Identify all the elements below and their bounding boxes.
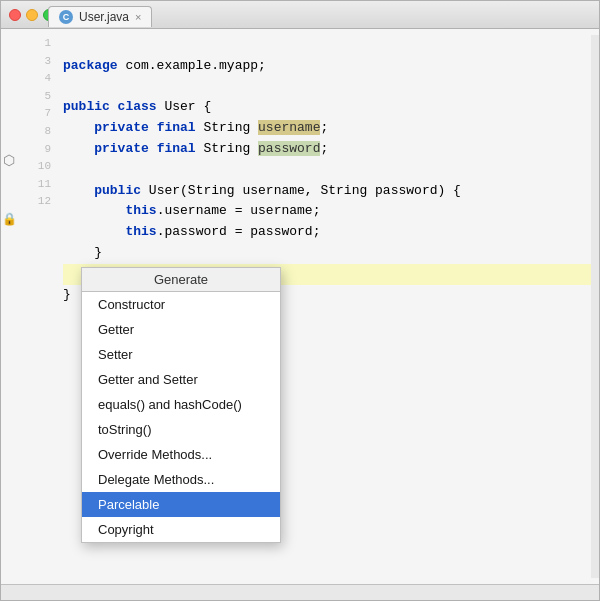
line-num-5: 5	[31, 88, 51, 106]
vertical-scrollbar[interactable]	[591, 35, 599, 578]
menu-item-getter[interactable]: Getter	[82, 317, 280, 342]
tab-user-java[interactable]: C User.java ×	[48, 6, 152, 27]
menu-item-parcelable[interactable]: Parcelable	[82, 492, 280, 517]
menu-item-tostring[interactable]: toString()	[82, 417, 280, 442]
line-num-4: 4	[31, 70, 51, 88]
context-menu-wrapper: Generate Constructor Getter Setter Gette…	[81, 267, 281, 543]
line-num-3: 3	[31, 53, 51, 71]
menu-item-equals-hashcode[interactable]: equals() and hashCode()	[82, 392, 280, 417]
context-menu-header: Generate	[82, 268, 280, 292]
code-line-3: public class User {	[63, 97, 591, 118]
line-num-11: 11	[31, 176, 51, 194]
line-num-7: 7	[31, 105, 51, 123]
line-numbers: 1 3 4 5 7 8 9 10 11 12	[17, 35, 59, 578]
gutter-lock-icon: 🔒	[2, 211, 17, 230]
code-line-8: this.username = username;	[63, 201, 591, 222]
menu-item-setter[interactable]: Setter	[82, 342, 280, 367]
tab-bar: C User.java ×	[40, 2, 152, 27]
code-line-4: private final String username;	[63, 118, 591, 139]
tab-label: User.java	[79, 10, 129, 24]
line-num-10: 10	[31, 158, 51, 176]
line-num-12: 12	[31, 193, 51, 211]
code-line-1: package com.example.myapp;	[63, 56, 591, 77]
line-num-8: 8	[31, 123, 51, 141]
code-line-2	[63, 77, 591, 98]
tab-close-button[interactable]: ×	[135, 11, 141, 23]
code-line-5: private final String password;	[63, 139, 591, 160]
menu-item-getter-setter[interactable]: Getter and Setter	[82, 367, 280, 392]
line-num-9: 9	[31, 141, 51, 159]
menu-item-copyright[interactable]: Copyright	[82, 517, 280, 542]
minimize-button[interactable]	[26, 9, 38, 21]
close-button[interactable]	[9, 9, 21, 21]
code-line-10: }	[63, 243, 591, 264]
code-line-7: public User(String username, String pass…	[63, 181, 591, 202]
menu-item-override-methods[interactable]: Override Methods...	[82, 442, 280, 467]
gutter-bookmark-icon: ⬡	[3, 150, 15, 172]
code-line-6	[63, 160, 591, 181]
context-menu: Generate Constructor Getter Setter Gette…	[81, 267, 281, 543]
java-file-icon: C	[59, 10, 73, 24]
code-line-9: this.password = password;	[63, 222, 591, 243]
ide-window: C User.java × ⬡ 🔒	[0, 0, 600, 601]
editor-area[interactable]: ⬡ 🔒 1 3 4 5 7 8 9 10 11	[1, 29, 599, 600]
title-bar: C User.java ×	[1, 1, 599, 29]
menu-item-delegate-methods[interactable]: Delegate Methods...	[82, 467, 280, 492]
menu-item-constructor[interactable]: Constructor	[82, 292, 280, 317]
gutter-icons: ⬡ 🔒	[1, 35, 17, 578]
bottom-bar	[1, 584, 599, 600]
line-num-1: 1	[31, 35, 51, 53]
code-line-blank-top	[63, 35, 591, 56]
